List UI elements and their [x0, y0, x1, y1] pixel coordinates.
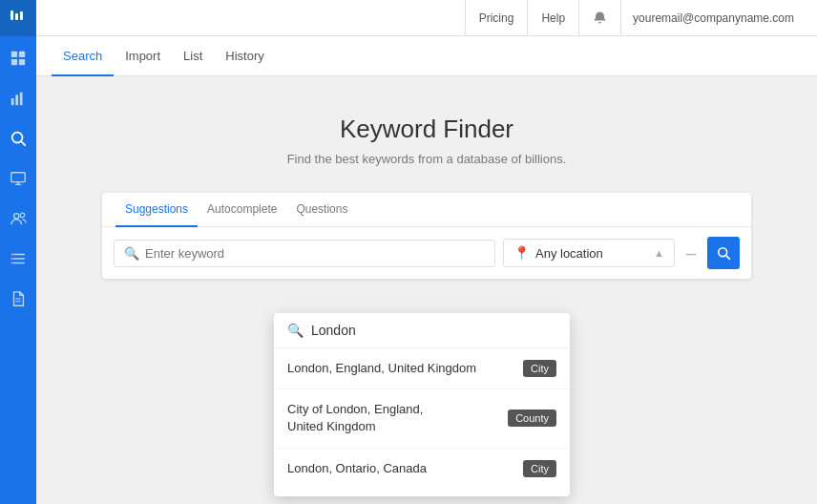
result-badge-0: City: [523, 360, 556, 377]
tab-autocomplete[interactable]: Autocomplete: [198, 193, 286, 227]
search-row: 🔍 📍 Any location ▲ –: [102, 227, 751, 279]
svg-rect-6: [19, 59, 25, 65]
sidebar-icon-monitor[interactable]: [0, 160, 36, 197]
subnav-search[interactable]: Search: [52, 36, 114, 76]
dropdown-result-1[interactable]: City of London, England, United Kingdom …: [274, 389, 570, 448]
svg-rect-1: [15, 13, 18, 20]
location-label: Any location: [535, 246, 654, 261]
subnav-import[interactable]: Import: [114, 36, 172, 76]
svg-line-27: [725, 255, 729, 259]
svg-rect-10: [24, 96, 25, 97]
svg-rect-8: [15, 94, 18, 105]
sidebar-icon-chart[interactable]: [0, 80, 36, 116]
svg-rect-4: [19, 52, 25, 57]
topbar: Pricing Help youremail@companyname.com: [36, 0, 817, 36]
svg-rect-2: [20, 11, 23, 20]
page-subtitle: Find the best keywords from a database o…: [287, 152, 567, 166]
divider: –: [682, 243, 700, 263]
svg-point-21: [11, 254, 13, 256]
result-badge-2: City: [523, 460, 556, 477]
tab-questions[interactable]: Questions: [286, 193, 357, 227]
svg-point-16: [14, 214, 19, 219]
pin-icon: 📍: [513, 245, 530, 261]
sidebar-icon-search[interactable]: [0, 120, 36, 157]
dropdown-result-2[interactable]: London, Ontario, Canada City: [274, 449, 570, 489]
page-body: Keyword Finder Find the best keywords fr…: [36, 76, 817, 504]
svg-line-12: [21, 141, 25, 145]
page-title: Keyword Finder: [340, 115, 513, 144]
svg-rect-7: [11, 98, 14, 105]
subnav-history[interactable]: History: [214, 36, 275, 76]
sidebar-logo[interactable]: [0, 0, 36, 36]
help-link[interactable]: Help: [528, 0, 579, 36]
result-badge-1: County: [508, 410, 556, 427]
subnav-list[interactable]: List: [172, 36, 214, 76]
svg-point-17: [20, 213, 25, 218]
sidebar: [0, 0, 36, 504]
sidebar-icon-doc[interactable]: [0, 281, 36, 317]
svg-rect-5: [11, 59, 17, 65]
pricing-link[interactable]: Pricing: [465, 0, 529, 36]
keyword-search-icon: 🔍: [124, 246, 139, 261]
search-panel: Suggestions Autocomplete Questions 🔍 📍 A…: [102, 193, 751, 279]
keyword-input-wrap[interactable]: 🔍: [114, 240, 495, 267]
dropdown-result-0[interactable]: London, England, United Kingdom City: [274, 348, 570, 389]
sidebar-icon-list[interactable]: [0, 241, 36, 277]
sidebar-icon-people[interactable]: [0, 200, 36, 237]
location-dropdown: 🔍 London, England, United Kingdom City C…: [274, 313, 570, 496]
result-text-0: London, England, United Kingdom: [287, 360, 476, 377]
svg-point-22: [11, 258, 13, 260]
caret-up-icon: ▲: [654, 247, 664, 259]
main-area: Pricing Help youremail@companyname.com S…: [36, 0, 817, 504]
dropdown-search-icon: 🔍: [287, 323, 304, 338]
location-trigger[interactable]: 📍 Any location ▲: [503, 239, 675, 267]
dropdown-search-wrap[interactable]: 🔍: [274, 313, 570, 348]
svg-rect-0: [10, 10, 13, 20]
bell-icon[interactable]: [579, 0, 621, 36]
keyword-input[interactable]: [145, 246, 485, 261]
svg-rect-13: [11, 173, 25, 182]
dropdown-search-input[interactable]: [311, 323, 556, 338]
search-tabs: Suggestions Autocomplete Questions: [102, 193, 751, 227]
user-email[interactable]: youremail@companyname.com: [621, 11, 806, 25]
subnav: Search Import List History: [36, 36, 817, 76]
search-button[interactable]: [707, 237, 740, 269]
svg-point-23: [11, 262, 13, 264]
svg-rect-3: [11, 52, 17, 57]
svg-rect-9: [20, 93, 23, 106]
sidebar-icon-grid[interactable]: [0, 40, 36, 76]
result-text-2: London, Ontario, Canada: [287, 460, 427, 477]
result-text-1: City of London, England, United Kingdom: [287, 401, 423, 435]
tab-suggestions[interactable]: Suggestions: [115, 193, 198, 227]
